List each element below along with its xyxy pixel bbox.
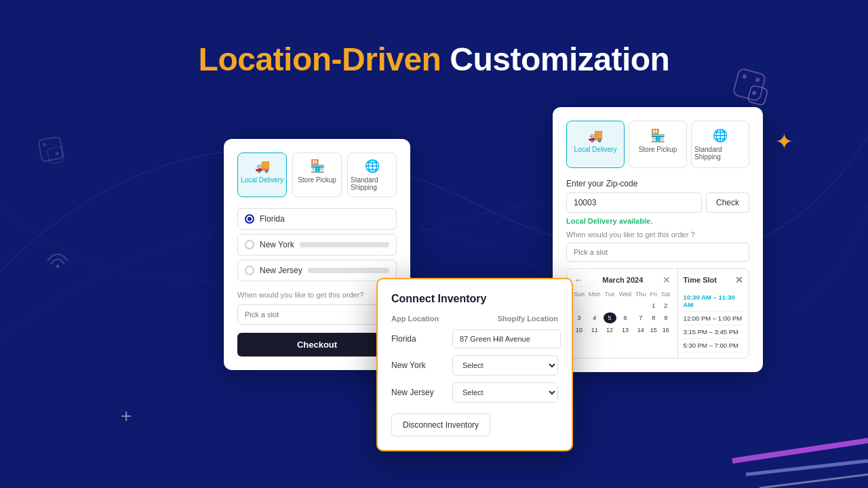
timeslot-3[interactable]: 3:15 PM – 3:45 PM <box>684 325 743 339</box>
zipcode-input[interactable] <box>566 192 702 213</box>
svg-rect-8 <box>38 136 63 161</box>
svg-point-6 <box>755 77 760 82</box>
timeslot-title: Time Slot <box>684 276 717 284</box>
cal-day-empty-4 <box>618 300 633 311</box>
checkout-button[interactable]: Checkout <box>237 333 397 357</box>
title-orange: Location-Driven <box>199 41 441 77</box>
cal-day-9[interactable]: 9 <box>660 312 672 323</box>
right-delivery-tabs: 🚚 Local Delivery 🏪 Store Pickup 🌐 Standa… <box>566 121 749 168</box>
modal-row-newyork: New York Select <box>391 355 558 375</box>
truck-icon: 🚚 <box>255 159 270 174</box>
calendar-left: ← March 2024 ✕ Sun Mon Tue Wed Thu Fri S… <box>567 269 677 358</box>
left-slot-input[interactable] <box>237 304 397 325</box>
cal-day-10[interactable]: 10 <box>572 325 586 336</box>
newjersey-label: New Jersey <box>260 266 302 275</box>
left-when-label: When would you like to get this order? <box>237 291 397 299</box>
modal-newjersey-select[interactable]: Select <box>452 382 558 403</box>
svg-line-1 <box>746 461 868 474</box>
cal-day-2[interactable]: 2 <box>660 300 672 311</box>
timeslot-2[interactable]: 12:00 PM – 1:00 PM <box>684 312 743 325</box>
radio-newyork <box>245 240 254 249</box>
cal-day-11[interactable]: 11 <box>587 325 602 336</box>
cal-day-8[interactable]: 8 <box>649 312 659 323</box>
right-globe-icon: 🌐 <box>713 128 728 143</box>
cal-day-4[interactable]: 4 <box>587 312 602 323</box>
cal-day-3[interactable]: 3 <box>572 312 586 323</box>
left-location-newyork[interactable]: New York <box>237 234 397 256</box>
left-location-florida[interactable]: Florida <box>237 208 397 230</box>
cal-day-6[interactable]: 6 <box>618 312 633 323</box>
right-tab-pickup-label: Store Pickup <box>639 146 677 153</box>
day-header-tue: Tue <box>604 289 616 299</box>
timeslot-close-button[interactable]: ✕ <box>735 274 743 285</box>
left-tab-local-label: Local Delivery <box>241 176 283 184</box>
title-white: Customization <box>450 41 669 77</box>
left-tab-local-delivery[interactable]: 🚚 Local Delivery <box>237 152 287 197</box>
right-tab-standard-shipping[interactable]: 🌐 Standard Shipping <box>691 121 749 168</box>
zipcode-label: Enter your Zip-code <box>566 179 749 188</box>
right-tab-local-delivery[interactable]: 🚚 Local Delivery <box>566 121 625 168</box>
modal-row-florida: Florida <box>391 329 558 348</box>
day-header-thu: Thu <box>634 289 648 299</box>
svg-line-0 <box>732 441 868 461</box>
calendar-grid: Sun Mon Tue Wed Thu Fri Sat 1 2 3 4 5 6 <box>572 289 672 336</box>
left-tab-pickup-label: Store Pickup <box>298 176 336 184</box>
svg-rect-3 <box>733 68 766 102</box>
left-tab-standard-shipping[interactable]: 🌐 Standard Shipping <box>347 152 397 197</box>
timeslot-4[interactable]: 5:30 PM – 7:00 PM <box>684 339 743 352</box>
right-store-icon: 🏪 <box>650 128 665 143</box>
cal-day-5-today[interactable]: 5 <box>604 312 616 323</box>
store-icon: 🏪 <box>310 159 325 174</box>
cal-day-7[interactable]: 7 <box>634 312 648 323</box>
right-tab-store-pickup[interactable]: 🏪 Store Pickup <box>629 121 687 168</box>
calendar-prev-button[interactable]: ← <box>572 274 585 285</box>
zipcode-row: Check <box>566 192 749 213</box>
available-text: Local Delivery available. <box>566 217 749 225</box>
location-line-nj <box>308 268 389 273</box>
calendar-header: ← March 2024 ✕ <box>572 274 672 285</box>
modal-florida-select[interactable] <box>452 329 561 348</box>
col-shopify-location: Shopify Location <box>498 314 558 323</box>
left-tab-store-pickup[interactable]: 🏪 Store Pickup <box>292 152 342 197</box>
day-header-fri: Fri <box>649 289 659 299</box>
day-header-wed: Wed <box>618 289 633 299</box>
svg-rect-7 <box>747 85 768 106</box>
cal-day-empty-3 <box>604 300 616 311</box>
modal-florida-label: Florida <box>391 334 446 344</box>
timeslot-header: Time Slot ✕ <box>684 274 743 285</box>
svg-line-2 <box>760 474 868 488</box>
cal-day-12[interactable]: 12 <box>604 325 616 336</box>
svg-point-10 <box>55 152 59 156</box>
check-button[interactable]: Check <box>706 192 749 213</box>
cal-day-1[interactable]: 1 <box>649 300 659 311</box>
right-tab-local-label: Local Delivery <box>574 146 617 153</box>
calendar-month: March 2024 <box>602 276 643 284</box>
left-location-newjersey[interactable]: New Jersey <box>237 260 397 281</box>
svg-point-9 <box>43 143 47 147</box>
cal-day-15[interactable]: 15 <box>649 325 659 336</box>
modal-newjersey-label: New Jersey <box>391 388 446 397</box>
cal-day-13[interactable]: 13 <box>618 325 633 336</box>
connect-inventory-modal: Connect Inventory App Location Shopify L… <box>376 278 573 451</box>
timeslot-panel: Time Slot ✕ 10:30 AM – 11:30 AM 12:00 PM… <box>677 269 749 358</box>
calendar-close-button[interactable]: ✕ <box>661 274 672 285</box>
modal-title: Connect Inventory <box>391 293 558 305</box>
radio-florida <box>245 214 254 224</box>
modal-newyork-select[interactable]: Select <box>452 355 558 375</box>
plus-decoration: + <box>121 405 132 427</box>
globe-icon: 🌐 <box>365 159 380 174</box>
florida-label: Florida <box>260 214 285 224</box>
svg-point-5 <box>751 91 756 96</box>
right-delivery-card: 🚚 Local Delivery 🏪 Store Pickup 🌐 Standa… <box>553 107 763 372</box>
disconnect-inventory-button[interactable]: Disconnect Inventory <box>391 413 490 436</box>
timeslot-1[interactable]: 10:30 AM – 11:30 AM <box>684 291 743 312</box>
cal-day-16[interactable]: 16 <box>660 325 672 336</box>
location-line-ny <box>300 242 389 247</box>
day-header-sat: Sat <box>660 289 672 299</box>
radio-newjersey <box>245 266 254 275</box>
right-slot-input[interactable] <box>566 243 749 262</box>
cal-day-14[interactable]: 14 <box>634 325 648 336</box>
cal-day-empty-5 <box>634 300 648 311</box>
left-delivery-tabs: 🚚 Local Delivery 🏪 Store Pickup 🌐 Standa… <box>237 152 397 197</box>
day-header-sun: Sun <box>572 289 586 299</box>
